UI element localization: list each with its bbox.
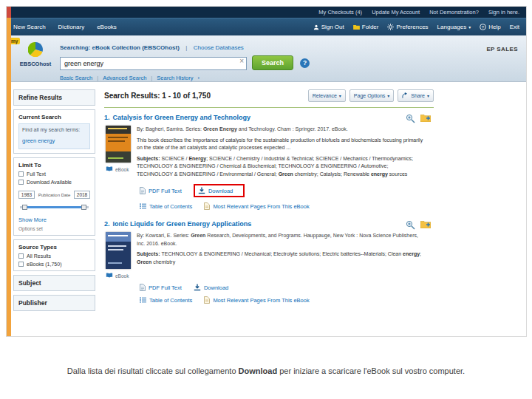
relevance-sort-button[interactable]: Relevance ▾ <box>308 89 346 102</box>
checkbox-icon[interactable] <box>18 262 24 267</box>
download-link[interactable]: Download <box>194 284 228 291</box>
searching-row: Searching: eBook Collection (EBSCOhost) … <box>60 39 310 52</box>
action-label: PDF Full Text <box>149 284 182 291</box>
relevant-pages-icon <box>204 202 210 210</box>
basic-search-link[interactable]: Basic Search <box>60 75 92 81</box>
result-item-2: 2. Ionic Liquids for Green Energy Applic… <box>104 220 434 304</box>
preview-icon[interactable] <box>406 220 415 230</box>
slider-fill <box>24 206 85 208</box>
source-types-panel: Source Types All Results eBooks (1,750) <box>13 239 95 271</box>
download-available-option[interactable]: Download Available <box>18 180 90 185</box>
share-button[interactable]: Share ▾ <box>398 89 434 102</box>
slider-handle-left[interactable] <box>22 205 27 210</box>
sign-in-here-link[interactable]: Sign in here. <box>488 9 519 16</box>
show-more-link[interactable]: Show More <box>18 216 47 223</box>
my-checkouts-link[interactable]: My Checkouts (4) <box>318 9 362 16</box>
searching-label: Searching: eBook Collection (EBSCOhost) <box>60 44 180 51</box>
limit-to-title: Limit To <box>18 162 90 168</box>
action-label: Download <box>208 188 233 194</box>
date-to-input[interactable]: 2018 <box>74 191 90 199</box>
exit-link[interactable]: Exit <box>510 24 519 30</box>
help-link[interactable]: ? Help <box>480 24 500 30</box>
most-relevant-pages-link[interactable]: Most Relevant Pages From This eBook <box>204 296 309 304</box>
page-options-button[interactable]: Page Options ▾ <box>349 89 394 102</box>
full-text-option[interactable]: Full Text <box>18 171 90 177</box>
main-toolbar: New Search Dictionary eBooks Sign Out Fo… <box>7 18 526 35</box>
clear-search-icon[interactable]: × <box>239 57 244 65</box>
publisher-section[interactable]: Publisher <box>13 295 95 311</box>
search-button[interactable]: Search <box>252 55 293 70</box>
languages-label: Languages <box>437 24 467 30</box>
subject-section[interactable]: Subject <box>13 275 95 291</box>
document-margin-strip <box>7 7 11 336</box>
chevron-down-icon: ▾ <box>339 93 341 98</box>
result-title-link[interactable]: Catalysis for Green Energy and Technolog… <box>113 114 250 121</box>
folder-link[interactable]: Folder <box>353 24 379 30</box>
search-history-link[interactable]: Search History <box>157 75 193 81</box>
checkbox-icon[interactable] <box>18 180 24 185</box>
ebooks-link[interactable]: eBooks <box>97 24 117 30</box>
choose-databases-link[interactable]: Choose Databases <box>194 44 244 51</box>
ebooks-option[interactable]: eBooks (1,750) <box>18 262 90 267</box>
result-byline: By: Bagheri, Samira. Series: Green Energ… <box>137 126 423 134</box>
refine-sidebar: Refine Results Current Search Find all m… <box>13 89 95 315</box>
separator: | <box>185 44 187 51</box>
action-label: Table of Contents <box>149 297 192 304</box>
languages-dropdown[interactable]: Languages ▾ <box>437 24 471 30</box>
option-label: Full Text <box>27 171 46 177</box>
result-subjects: Subjects: TECHNOLOGY & ENGINEERING / Mec… <box>137 250 423 267</box>
result-title-link[interactable]: Ionic Liquids for Green Energy Applicati… <box>113 220 252 228</box>
table-of-contents-link[interactable]: Table of Contents <box>140 297 192 304</box>
publication-date-label: Publication Date <box>35 193 74 197</box>
preferences-link[interactable]: Preferences <box>387 24 428 30</box>
results-column: Search Results: 1 - 10 of 1,750 Relevanc… <box>104 89 434 314</box>
option-label: Download Available <box>27 180 72 185</box>
preferences-label: Preferences <box>396 24 428 30</box>
search-term-link[interactable]: green energy <box>22 137 55 144</box>
find-terms-label: Find all my search terms: <box>22 127 86 132</box>
download-link[interactable]: Download <box>198 187 233 194</box>
add-to-folder-icon[interactable] <box>420 220 431 230</box>
new-search-link[interactable]: New Search <box>13 24 46 30</box>
book-cover-thumbnail[interactable] <box>106 126 131 163</box>
checkbox-icon[interactable] <box>18 171 24 177</box>
sign-out-label: Sign Out <box>321 24 344 30</box>
source-types-title: Source Types <box>18 244 90 250</box>
advanced-search-link[interactable]: Advanced Search <box>103 75 146 81</box>
search-input[interactable] <box>60 57 247 70</box>
chevron-right-icon: › <box>198 75 200 81</box>
publication-date-slider[interactable] <box>20 205 89 210</box>
date-from-input[interactable]: 1983 <box>18 191 35 199</box>
publication-date-row: 1983 Publication Date 2018 <box>18 191 90 199</box>
result-description: This book describes the importance of ca… <box>137 137 423 152</box>
ebscohost-logo[interactable]: EBSCOhost <box>16 42 55 67</box>
pdf-full-text-link[interactable]: PDF Full Text <box>140 284 182 291</box>
pdf-full-text-link[interactable]: PDF Full Text <box>140 187 182 194</box>
all-results-option[interactable]: All Results <box>18 253 90 259</box>
divider <box>104 107 434 108</box>
add-to-folder-icon[interactable] <box>420 114 431 123</box>
ebsco-screenshot: My Checkouts (4) Update My Account Not D… <box>6 6 527 337</box>
download-icon <box>198 187 205 194</box>
current-search-box: Find all my search terms: green energy <box>18 123 90 149</box>
utility-bar: My Checkouts (4) Update My Account Not D… <box>7 7 526 18</box>
preview-icon[interactable] <box>406 114 415 123</box>
book-cover-thumbnail[interactable] <box>106 232 131 269</box>
separator: | <box>97 75 98 81</box>
action-label: PDF Full Text <box>149 188 182 194</box>
table-of-contents-link[interactable]: Table of Contents <box>140 203 192 210</box>
limit-to-panel: Limit To Full Text Download Available 19… <box>13 157 95 236</box>
refine-results-header: Refine Results <box>13 89 95 106</box>
most-relevant-pages-link[interactable]: Most Relevant Pages From This eBook <box>204 202 309 210</box>
share-label: Share <box>411 93 425 98</box>
separator: | <box>151 75 152 81</box>
update-account-link[interactable]: Update My Account <box>372 9 420 16</box>
sign-out-link[interactable]: Sign Out <box>313 24 344 30</box>
help-icon: ? <box>480 24 486 30</box>
dictionary-link[interactable]: Dictionary <box>58 24 85 30</box>
user-icon <box>313 24 319 30</box>
checkbox-icon[interactable] <box>18 253 24 259</box>
ebsco-globe-icon <box>28 47 43 59</box>
search-help-icon[interactable]: ? <box>300 58 310 68</box>
slider-handle-right[interactable] <box>81 205 86 210</box>
